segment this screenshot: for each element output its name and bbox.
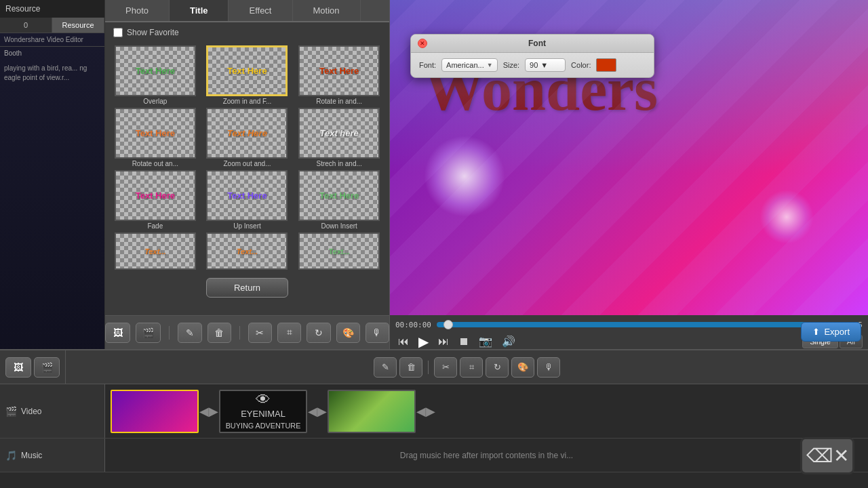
- effect-label-zoom-out: Zoom out and...: [223, 160, 271, 167]
- export-button[interactable]: ⬆ Export: [801, 322, 861, 342]
- export-label: Export: [824, 327, 850, 337]
- tab-title[interactable]: Title: [170, 0, 229, 21]
- effect-partial3[interactable]: Text...: [294, 232, 384, 270]
- video-clip-2[interactable]: 👁 EYENIMALBUYING ADVENTURE: [219, 390, 307, 433]
- music-track-content: Drag music here after import contents in…: [105, 439, 868, 472]
- tl-delete-btn[interactable]: 🗑: [399, 357, 422, 378]
- tab-photo[interactable]: Photo: [105, 0, 170, 21]
- rotate-tool-btn[interactable]: ↻: [307, 323, 330, 343]
- effect-rotate-out[interactable]: Text Here Rotate out an...: [111, 108, 200, 167]
- edit-tool-btn[interactable]: ✎: [178, 323, 201, 343]
- effect-thumb-stretch-in: Text here: [298, 108, 380, 159]
- resource-label: Resource: [0, 0, 104, 18]
- effect-text-rotate-in: Text Here: [319, 66, 359, 76]
- font-dialog-close-btn[interactable]: ✕: [418, 39, 427, 48]
- stop-button[interactable]: ⏹: [456, 334, 472, 349]
- music-placeholder: Drag music here after import contents in…: [400, 451, 573, 460]
- volume-button[interactable]: 🔊: [499, 333, 518, 349]
- effect-label-up-insert: Up Insert: [233, 222, 261, 230]
- effect-stretch-in[interactable]: Text here Strech in and...: [294, 108, 384, 167]
- orb1: [424, 136, 505, 217]
- clip-thumb-eyenimal: 👁 EYENIMALBUYING ADVENTURE: [220, 391, 306, 432]
- tl-trim-btn[interactable]: ⌗: [460, 357, 483, 378]
- return-btn-row: Return: [105, 272, 389, 303]
- effects-grid: Text Here Overlap Text Here Zoom in and …: [105, 43, 389, 272]
- transition-1[interactable]: ◀▶: [199, 398, 219, 425]
- effect-up-insert[interactable]: Text Here Up Insert: [203, 170, 292, 230]
- toolbar-sep-2: [239, 326, 240, 340]
- screenshot-button[interactable]: 📷: [476, 333, 495, 349]
- effect-text-zoom-in: Text Here: [227, 66, 267, 76]
- export-icon: ⬆: [812, 327, 820, 337]
- tl-rotate-btn[interactable]: ↻: [486, 357, 509, 378]
- controls-row: ⏮ ▶ ⏭ ⏹ 📷 🔊 Single All: [395, 332, 863, 351]
- effect-label-stretch-in: Strech in and...: [317, 160, 362, 167]
- tl-edit-btn[interactable]: ✎: [374, 357, 397, 378]
- play-button[interactable]: ▶: [416, 332, 431, 351]
- media-photo-btn[interactable]: 🖼: [105, 323, 130, 343]
- cut-tool-btn[interactable]: ✂: [248, 323, 272, 343]
- sidebar-desc: playing with a bird, rea... ng eagle poi…: [0, 60, 104, 87]
- effect-zoom-in[interactable]: Text Here Zoom in and F...: [203, 45, 292, 105]
- tab-effect[interactable]: Effect: [229, 0, 292, 21]
- transition-3[interactable]: ◀▶: [416, 398, 436, 425]
- effect-overlap[interactable]: Text Here Overlap: [111, 45, 200, 105]
- time-start: 00:00:00: [395, 321, 431, 329]
- video-track-label: 🎬 Video: [0, 384, 105, 438]
- video-track-name: Video: [21, 407, 41, 416]
- color-tool-btn[interactable]: 🎨: [336, 323, 360, 343]
- return-button[interactable]: Return: [206, 278, 288, 298]
- progress-bar[interactable]: [437, 322, 816, 327]
- font-dialog-body: Font: American... ▼ Size: 90 ▼ Color:: [411, 53, 654, 77]
- font-chevron-icon: ▼: [487, 62, 493, 68]
- tabs-row: Photo Title Effect Motion: [105, 0, 389, 22]
- show-favorite-row: Show Favorite: [105, 22, 389, 43]
- media-video-btn[interactable]: 🎬: [136, 323, 161, 343]
- video-track-icon: 🎬: [5, 406, 17, 417]
- sidebar-tab-audio[interactable]: Resource: [52, 18, 104, 33]
- effect-thumb-partial2: Text...: [206, 232, 288, 270]
- size-chevron-icon: ▼: [540, 61, 548, 69]
- skip-back-button[interactable]: ⏮: [395, 334, 412, 349]
- effect-partial1[interactable]: Text...: [111, 232, 200, 270]
- effect-zoom-out[interactable]: Text Here Zoom out and...: [203, 108, 292, 167]
- trim-tool-btn[interactable]: ⌗: [277, 323, 301, 343]
- effect-text-partial3: Text...: [329, 247, 350, 256]
- video-clip-1[interactable]: [111, 390, 199, 433]
- effect-partial2[interactable]: Text...: [203, 232, 292, 270]
- backspace-button[interactable]: ⌫✕: [800, 437, 854, 474]
- font-dialog-header: ✕ Font: [411, 35, 654, 53]
- sidebar-tab-0[interactable]: 0: [0, 18, 52, 33]
- effect-label-overlap: Overlap: [143, 98, 167, 105]
- video-track-content: ◀▶ 👁 EYENIMALBUYING ADVENTURE ◀▶ ◀▶: [105, 384, 868, 438]
- effect-thumb-zoom-out: Text Here: [206, 108, 288, 159]
- tl-video-btn[interactable]: 🎬: [34, 357, 60, 378]
- video-clip-3[interactable]: [328, 390, 416, 433]
- backspace-icon: ⌫✕: [806, 445, 849, 467]
- time-row: 00:00:00 -00:00:05: [395, 321, 863, 329]
- tl-photo-btn[interactable]: 🖼: [5, 357, 31, 378]
- effect-rotate-in[interactable]: Text Here Rotate in and...: [294, 45, 384, 105]
- tl-color-btn[interactable]: 🎨: [511, 357, 534, 378]
- tab-motion[interactable]: Motion: [293, 0, 361, 21]
- tl-cut-btn[interactable]: ✂: [434, 357, 457, 378]
- size-select[interactable]: 90 ▼: [525, 58, 566, 72]
- transition-2[interactable]: ◀▶: [307, 398, 328, 425]
- show-favorite-checkbox[interactable]: [113, 28, 123, 37]
- progress-thumb[interactable]: [443, 320, 453, 329]
- effect-thumb-partial1: Text...: [115, 232, 196, 270]
- effect-thumb-zoom-in: Text Here: [206, 45, 288, 96]
- color-swatch[interactable]: [596, 58, 616, 72]
- delete-tool-btn[interactable]: 🗑: [208, 323, 231, 343]
- font-select[interactable]: American... ▼: [441, 58, 498, 72]
- effect-down-insert[interactable]: Text Here Down Insert: [294, 170, 384, 230]
- audio-tool-btn[interactable]: 🎙: [366, 323, 389, 343]
- timeline-area: 🖼 🎬 ✎ 🗑 ✂ ⌗ ↻ 🎨 🎙 🎬 Video ◀▶: [0, 349, 868, 488]
- font-dialog-title: Font: [427, 39, 647, 48]
- effect-fade[interactable]: Text Here Fade: [111, 170, 200, 230]
- tl-audio-btn[interactable]: 🎙: [537, 357, 560, 378]
- effect-text-partial2: Text...: [237, 247, 258, 256]
- skip-forward-button[interactable]: ⏭: [435, 334, 452, 349]
- video-track-row: 🎬 Video ◀▶ 👁 EYENIMALBUYING ADVENTURE ◀▶: [0, 384, 868, 439]
- effect-thumb-overlap: Text Here: [115, 45, 196, 96]
